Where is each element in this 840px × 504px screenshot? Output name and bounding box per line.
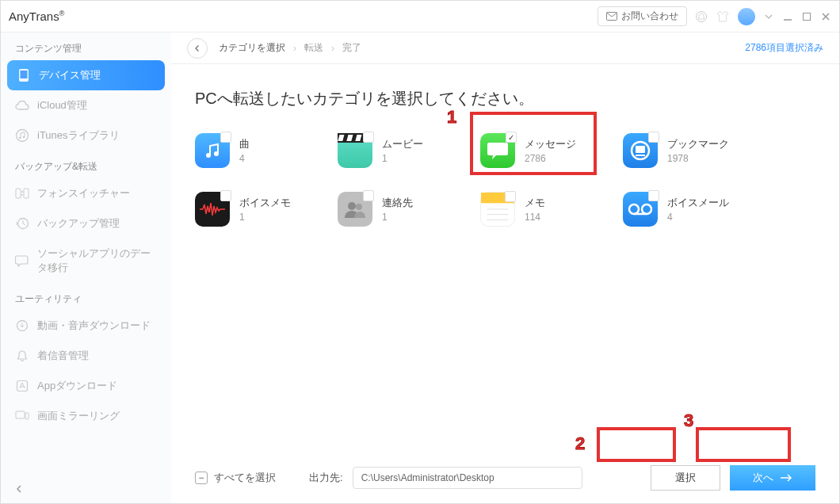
shirt-icon[interactable] <box>716 10 730 23</box>
download-icon <box>15 319 29 333</box>
svg-point-16 <box>206 153 211 158</box>
sidebar-item-label: バックアップ管理 <box>37 216 120 231</box>
check-slot <box>220 132 231 143</box>
sidebar-item-phoneswitcher[interactable]: フォンスイッチャー <box>1 178 171 208</box>
back-button[interactable] <box>187 38 208 59</box>
check-slot-checked: ✓ <box>506 132 517 143</box>
minimize-icon[interactable] <box>782 11 793 22</box>
breadcrumb: カテゴリを選択 › 転送 › 完了 2786項目選択済み <box>171 32 839 64</box>
category-name: 連絡先 <box>382 196 413 210</box>
avatar[interactable] <box>738 8 755 25</box>
sidebar-item-label: 画面ミラーリング <box>37 409 120 423</box>
category-contacts[interactable]: 連絡先1 <box>338 192 480 227</box>
check-slot <box>648 190 659 201</box>
next-button[interactable]: 次へ <box>730 465 815 491</box>
appstore-icon <box>15 379 29 393</box>
category-count: 1 <box>382 153 423 164</box>
check-slot <box>505 191 516 202</box>
category-name: メモ <box>525 196 545 210</box>
category-count: 1 <box>382 212 413 223</box>
chat-icon <box>15 254 29 268</box>
notes-icon <box>480 192 515 227</box>
sidebar-section-utility: ユーティリティ <box>1 283 171 311</box>
category-name: メッセージ <box>525 137 576 151</box>
category-bookmark[interactable]: ブックマーク1978 <box>623 133 766 168</box>
category-voicemail[interactable]: ボイスメール4 <box>623 192 766 227</box>
check-slot <box>363 190 374 201</box>
svg-rect-13 <box>17 381 28 391</box>
sidebar-item-label: フォンスイッチャー <box>37 186 130 200</box>
svg-point-31 <box>629 204 639 214</box>
category-music[interactable]: 曲4 <box>195 133 338 168</box>
chevron-right-icon: › <box>293 43 296 54</box>
annotation-box-3 <box>696 427 791 462</box>
chevron-right-icon: › <box>331 43 334 54</box>
category-voicememo[interactable]: ボイスメモ1 <box>195 192 338 227</box>
category-name: ボイスメモ <box>239 196 291 210</box>
category-notes[interactable]: メモ114 <box>480 192 623 227</box>
itunes-icon <box>15 128 29 143</box>
svg-point-25 <box>348 202 356 210</box>
phone-icon <box>17 68 31 82</box>
category-movie[interactable]: ムービー1 <box>338 133 480 168</box>
select-all-label: すべてを選択 <box>214 471 276 485</box>
contact-button[interactable]: お問い合わせ <box>598 6 687 26</box>
sidebar-item-label: Appダウンロード <box>37 379 117 393</box>
svg-rect-9 <box>16 189 21 198</box>
output-path-input[interactable] <box>353 467 582 489</box>
annotation-label-1: 1 <box>447 107 456 128</box>
check-slot <box>363 132 374 143</box>
selection-status: 2786項目選択済み <box>745 41 823 55</box>
select-all-toggle[interactable]: − すべてを選択 <box>195 471 276 485</box>
category-name: ボイスメール <box>667 196 729 210</box>
voicemail-icon <box>623 192 658 227</box>
maximize-icon[interactable] <box>801 11 812 22</box>
output-label: 出力先: <box>309 471 343 485</box>
sidebar-item-appdownload[interactable]: Appダウンロード <box>1 371 171 401</box>
sidebar-item-social[interactable]: ソーシャルアプリのデータ移行 <box>1 239 171 283</box>
sidebar-item-label: iCloud管理 <box>37 98 87 113</box>
contacts-icon <box>338 192 372 227</box>
indeterminate-checkbox-icon: − <box>195 472 208 484</box>
choose-button[interactable]: 選択 <box>651 465 720 491</box>
category-count: 4 <box>667 212 729 223</box>
close-icon[interactable] <box>820 11 831 22</box>
bottom-bar: − すべてを選択 出力先: 選択 次へ <box>171 465 839 491</box>
sidebar-item-icloud[interactable]: iCloud管理 <box>1 90 171 120</box>
sidebar-item-itunes[interactable]: iTunesライブラリ <box>1 120 171 151</box>
category-count: 114 <box>525 212 545 223</box>
breadcrumb-step-3: 完了 <box>342 41 361 55</box>
sidebar-item-mirror[interactable]: 画面ミラーリング <box>1 401 171 431</box>
sidebar-item-label: ソーシャルアプリのデータ移行 <box>37 246 157 275</box>
check-slot <box>220 190 231 201</box>
sidebar-item-label: 着信音管理 <box>37 349 89 363</box>
sidebar: コンテンツ管理 デバイス管理 iCloud管理 iTunesライブラリ バ <box>1 32 171 503</box>
history-icon <box>15 216 29 231</box>
collapse-sidebar-icon[interactable] <box>15 484 23 494</box>
sidebar-item-device[interactable]: デバイス管理 <box>7 60 165 90</box>
music-icon <box>195 133 230 168</box>
annotation-label-2: 2 <box>575 433 585 454</box>
message-icon: ✓ <box>480 133 515 168</box>
sidebar-section-content: コンテンツ管理 <box>1 32 171 60</box>
svg-point-32 <box>642 204 651 214</box>
sidebar-item-ringtone[interactable]: 着信音管理 <box>1 341 171 371</box>
category-message[interactable]: ✓ メッセージ2786 <box>480 133 623 168</box>
chevron-down-icon[interactable] <box>763 11 774 22</box>
mail-icon <box>606 12 617 21</box>
svg-rect-14 <box>16 411 25 418</box>
arrow-right-icon <box>780 474 792 482</box>
check-slot <box>648 132 659 143</box>
sidebar-item-backup[interactable]: バックアップ管理 <box>1 208 171 239</box>
breadcrumb-step-1: カテゴリを選択 <box>219 41 285 55</box>
app-title: AnyTrans® <box>9 10 64 23</box>
svg-point-8 <box>23 136 25 139</box>
svg-rect-3 <box>804 13 811 20</box>
bell-icon[interactable] <box>695 10 708 23</box>
svg-rect-15 <box>25 413 29 419</box>
category-name: 曲 <box>239 137 250 151</box>
bookmark-icon <box>623 133 658 168</box>
category-count: 1 <box>239 212 291 223</box>
main-panel: カテゴリを選択 › 転送 › 完了 2786項目選択済み PCへ転送したいカテゴ… <box>171 32 839 503</box>
sidebar-item-download[interactable]: 動画・音声ダウンロード <box>1 311 171 341</box>
